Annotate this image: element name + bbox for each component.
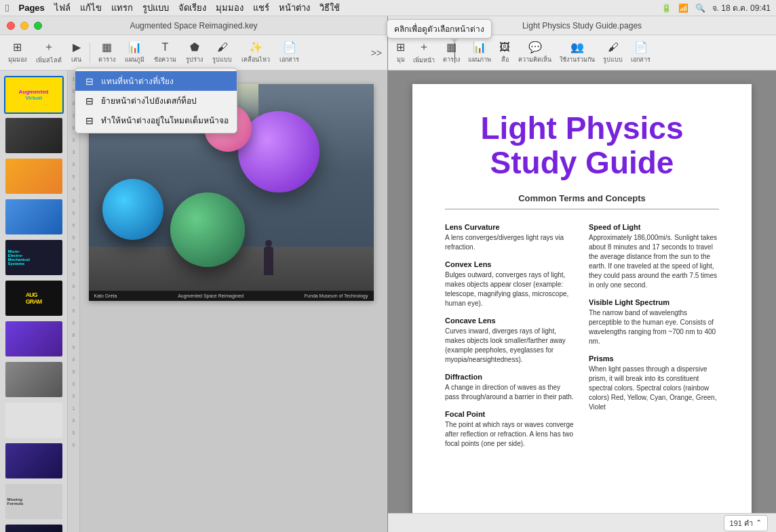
toolbar-shape[interactable]: ⬟ รูปร่าง	[183, 39, 206, 66]
slide-thumb-11[interactable]: 11 Missing Formula	[4, 483, 64, 520]
pages-toolbar-comment[interactable]: 💬 ความคิดเห็น	[516, 39, 554, 66]
pages-content[interactable]: Light PhysicsStudy Guide Common Terms an…	[388, 70, 776, 513]
slide-thumb-5[interactable]: 5 Micro- Electro- Mechanical Systems	[4, 239, 64, 277]
minimize-button[interactable]	[20, 22, 28, 30]
menubar-arrange[interactable]: จัดเรียง	[178, 1, 206, 15]
term-concave-lens: Concave Lens	[445, 316, 575, 325]
menubar-insert[interactable]: แทรก	[111, 1, 133, 15]
toolbar-text[interactable]: T ข้อความ	[151, 40, 179, 66]
menu-item-1-label: แทนที่หน้าต่างที่เรียง	[101, 75, 174, 87]
pages-collab-label: ใช้งานร่วมกัน	[560, 55, 595, 64]
maximize-button[interactable]	[34, 22, 42, 30]
toolbar-more[interactable]: >>	[371, 47, 382, 58]
def-convex-lens: Bulges outward, converges rays of light,…	[445, 270, 575, 308]
term-speed-of-light: Speed of Light	[589, 223, 719, 231]
toolbar-view[interactable]: ⊞ มุมมอง	[5, 39, 29, 66]
menu-item-3[interactable]: ⊟ ทำให้หน้าต่างอยู่ในโหมดเต็มหน้าจอ	[75, 110, 237, 130]
slide-thumb-3[interactable]: 3	[4, 157, 64, 195]
battery-icon: 🔋	[661, 3, 672, 13]
sphere-blue	[102, 179, 163, 240]
word-count-box[interactable]: 191 คำ ⌃	[724, 515, 768, 531]
menubar:  Pages ไฟล์ แก้ไข แทรก รูปแบบ จัดเรียง …	[0, 0, 776, 16]
menubar-window[interactable]: หน้าต่าง	[279, 1, 310, 15]
caption-left: Kato Greta	[94, 293, 117, 298]
keynote-window-title: Augmented Space Reimagined.key	[130, 21, 257, 30]
datetime-display: จ. 18 ต.ค. 09:41	[712, 1, 771, 14]
pages-window-title: Light Physics Study Guide.pages	[522, 21, 642, 30]
table-icon: ▦	[102, 41, 112, 54]
pages-toolbar-collab[interactable]: 👥 ใช้งานร่วมกัน	[557, 39, 598, 66]
slide-img-9	[5, 403, 62, 438]
keynote-window: Augmented Space Reimagined.key ⊞ มุมมอง …	[0, 16, 388, 532]
slide-thumb-9[interactable]: 9	[4, 401, 64, 439]
toolbar-chart[interactable]: 📊 แผนภูมิ	[122, 39, 147, 66]
def-speed-of-light: Approximately 186,000mi/s. Sunlight take…	[589, 233, 719, 290]
move-icon: ⊟	[83, 96, 96, 106]
animate-icon: ✨	[249, 41, 263, 54]
doc-columns: Lens Curvature A lens converges/diverges…	[445, 223, 719, 457]
menubar-pages[interactable]: Pages	[18, 3, 44, 13]
pages-doc: Light PhysicsStudy Guide Common Terms an…	[412, 84, 752, 513]
apple-menu[interactable]: 	[5, 2, 9, 14]
caption-center: Augmented Space Reimagined	[178, 293, 244, 298]
pages-toolbar-doc[interactable]: 📄 เอกสาร	[628, 39, 653, 66]
menubar-help[interactable]: วิธีใช้	[319, 1, 340, 15]
keynote-titlebar: Augmented Space Reimagined.key	[0, 16, 387, 35]
slide-img-4	[5, 199, 62, 234]
term-prisms: Prisms	[589, 354, 719, 363]
pages-toolbar-format[interactable]: 🖌 รูปแบบ	[600, 40, 625, 66]
pages-format-icon: 🖌	[608, 41, 619, 54]
slide-thumb-2[interactable]: 2	[4, 117, 64, 155]
format-icon: 🖌	[217, 41, 228, 54]
keynote-toolbar: ⊞ มุมมอง ＋ เพิ่มสไลด์ ▶ เล่น ▦ ตาราง 📊 แ…	[0, 35, 387, 70]
pages-media-icon: 🖼	[499, 41, 510, 54]
pages-doc-icon: 📄	[634, 41, 648, 54]
toolbar-add-slide[interactable]: ＋ เพิ่มสไลด์	[33, 39, 64, 66]
close-button[interactable]	[7, 22, 15, 30]
play-label: เล่น	[71, 55, 81, 64]
menu-item-2[interactable]: ⊟ ย้ายหน้าต่างไปยังเดสก์ท็อป	[75, 91, 237, 110]
slide-thumb-10[interactable]: 10	[4, 442, 64, 480]
menubar-file[interactable]: ไฟล์	[54, 1, 71, 15]
pages-toolbar-media[interactable]: 🖼 สื่อ	[497, 40, 513, 66]
add-slide-label: เพิ่มสไลด์	[36, 56, 62, 65]
menubar-share[interactable]: แชร์	[253, 1, 269, 15]
menubar-format[interactable]: รูปแบบ	[142, 1, 169, 15]
term-diffraction: Diffraction	[445, 373, 575, 381]
shape-icon: ⬟	[190, 41, 199, 54]
keynote-canvas: 1 0 0 2 0 0 3 0 0 4 0 0 5 0 0 6 0 0 7 0	[68, 70, 387, 532]
menubar-view[interactable]: มุมมอง	[216, 1, 244, 15]
caption-right: Funda Museum of Technology	[305, 293, 368, 298]
tooltip-line	[454, 43, 455, 63]
slide-panel[interactable]: 1 Augmented Virtual 2 3 4	[0, 70, 68, 532]
doc-divider	[445, 209, 719, 209]
slide-thumb-7[interactable]: 7	[4, 320, 64, 358]
sphere-green	[170, 192, 245, 267]
keynote-main: 1 Augmented Virtual 2 3 4	[0, 70, 387, 532]
slide-thumb-1[interactable]: 1 Augmented Virtual	[4, 76, 64, 114]
search-icon[interactable]: 🔍	[695, 3, 705, 13]
slide-img-1: Augmented Virtual	[5, 77, 62, 112]
slide-img-6: AUGGRAM	[5, 281, 62, 316]
term-convex-lens: Convex Lens	[445, 260, 575, 268]
slide-img-12	[5, 525, 62, 532]
toolbar-table[interactable]: ▦ ตาราง	[96, 39, 118, 66]
tooltip-bubble: คลิกเพื่อดูตัวเลือกหน้าต่าง	[387, 19, 492, 39]
toolbar-play[interactable]: ▶ เล่น	[69, 39, 84, 66]
word-count-arrow: ⌃	[756, 518, 762, 527]
toolbar-sep1	[90, 43, 90, 63]
toolbar-doc[interactable]: 📄 เอกสาร	[277, 39, 302, 66]
slide-thumb-12[interactable]: 12	[4, 523, 64, 532]
menubar-edit[interactable]: แก้ไข	[80, 1, 102, 15]
toolbar-format[interactable]: 🖌 รูปแบบ	[210, 40, 235, 66]
slide-thumb-8[interactable]: 8	[4, 361, 64, 398]
table-label: ตาราง	[98, 55, 115, 64]
slide-thumb-4[interactable]: 4	[4, 198, 64, 236]
menu-item-1[interactable]: ⊟ แทนที่หน้าต่างที่เรียง	[75, 71, 237, 91]
toolbar-animate[interactable]: ✨ เคลื่อนไหว	[239, 39, 273, 66]
def-lens-curvature: A lens converges/diverges light rays via…	[445, 233, 575, 252]
slide-img-3	[5, 159, 62, 194]
doc-subtitle: Common Terms and Concepts	[445, 193, 719, 203]
slide-thumb-6[interactable]: 6 AUGGRAM	[4, 279, 64, 317]
pages-media-label: สื่อ	[501, 55, 509, 64]
